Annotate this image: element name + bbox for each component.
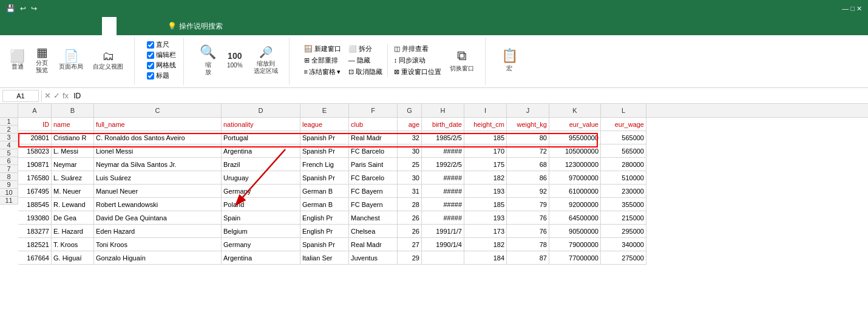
cell-r6-c7[interactable]: 31 (398, 185, 422, 198)
cell-r4-c8[interactable]: 1992/2/5 (422, 158, 464, 171)
redo-icon[interactable]: ↪ (31, 4, 37, 13)
cell-r3-c5[interactable]: Spanish Pr (300, 144, 349, 158)
cell-r8-c7[interactable]: 26 (398, 211, 422, 225)
cell-r1-c11[interactable]: eur_value (549, 118, 601, 131)
checkbox-headings[interactable]: 标题 (147, 71, 176, 80)
cell-r3-c9[interactable]: 170 (464, 144, 507, 158)
cell-r8-c12[interactable]: 215000 (601, 211, 646, 225)
row-num-1[interactable]: 1 (0, 118, 18, 126)
cell-r2-c9[interactable]: 185 (464, 131, 507, 144)
row-num-2[interactable]: 2 (0, 126, 18, 134)
cell-r8-c6[interactable]: Manchest (349, 211, 398, 225)
tab-formula[interactable] (73, 17, 87, 35)
cell-r6-c2[interactable]: M. Neuer (52, 185, 94, 198)
cell-r9-c1[interactable]: 183277 (18, 225, 52, 238)
cell-r2-c7[interactable]: 32 (398, 131, 422, 144)
cell-r8-c4[interactable]: Spain (222, 211, 300, 225)
cancel-icon[interactable]: ✕ (44, 91, 51, 100)
cell-r4-c7[interactable]: 25 (398, 158, 422, 171)
cell-r1-c10[interactable]: weight_kg (507, 118, 549, 131)
cell-r7-c1[interactable]: 188545 (18, 198, 52, 211)
cell-r9-c7[interactable]: 26 (398, 225, 422, 238)
cell-r3-c12[interactable]: 565000 (601, 144, 646, 158)
cell-r3-c1[interactable]: 158023 (18, 144, 52, 158)
cell-r5-c9[interactable]: 182 (464, 171, 507, 185)
cell-r11-c5[interactable]: Italian Ser (300, 251, 349, 265)
cell-r8-c2[interactable]: De Gea (52, 211, 94, 225)
cell-r9-c6[interactable]: Chelsea (349, 225, 398, 238)
undo-icon[interactable]: ↩ (20, 4, 26, 13)
cell-r5-c1[interactable]: 176580 (18, 171, 52, 185)
cell-r5-c3[interactable]: Luis Suárez (94, 171, 222, 185)
cell-r11-c2[interactable]: G. Higuaí (52, 251, 94, 265)
btn-page-layout[interactable]: 📄 页面布局 (55, 49, 87, 72)
tab-file[interactable] (0, 17, 15, 35)
cell-r10-c4[interactable]: Germany (222, 238, 300, 251)
checkbox-gridlines[interactable]: 网格线 (147, 61, 176, 70)
cell-r4-c9[interactable]: 175 (464, 158, 507, 171)
btn-switch-window[interactable]: ⧉ 切换窗口 (446, 42, 478, 78)
btn-freeze-panes[interactable]: ≡ 冻结窗格 ▾ (302, 67, 344, 77)
cell-r11-c8[interactable] (422, 251, 464, 265)
cell-r1-c8[interactable]: birth_date (422, 118, 464, 131)
btn-page-break[interactable]: ▦ 分页预览 (31, 45, 53, 75)
cell-r9-c2[interactable]: E. Hazard (52, 225, 94, 238)
cell-r10-c3[interactable]: Toni Kroos (94, 238, 222, 251)
tab-data[interactable] (15, 17, 29, 35)
tab-insert[interactable] (44, 17, 58, 35)
btn-zoom-100[interactable]: 100 100% (223, 50, 246, 70)
btn-reset-window[interactable]: ⊠ 重设窗口位置 (392, 67, 444, 77)
tab-pagelayout[interactable] (58, 17, 73, 35)
cell-r7-c3[interactable]: Robert Lewandowski (94, 198, 222, 211)
cell-r10-c9[interactable]: 182 (464, 238, 507, 251)
formula-input[interactable] (71, 92, 866, 100)
col-header-g[interactable]: G (398, 104, 422, 117)
col-header-i[interactable]: I (464, 104, 507, 117)
cell-r9-c4[interactable]: Belgium (222, 225, 300, 238)
cell-r1-c1[interactable]: ID (18, 118, 52, 131)
cell-r2-c5[interactable]: Spanish Pr (300, 131, 349, 144)
cell-r8-c8[interactable]: ##### (422, 211, 464, 225)
cell-r11-c11[interactable]: 77000000 (549, 251, 601, 265)
cell-r7-c8[interactable]: ##### (422, 198, 464, 211)
cell-r9-c8[interactable]: 1991/1/7 (422, 225, 464, 238)
col-header-l[interactable]: L (601, 104, 646, 117)
cell-r7-c10[interactable]: 79 (507, 198, 549, 211)
row-num-3[interactable]: 3 (0, 134, 18, 141)
col-header-j[interactable]: J (507, 104, 549, 117)
cell-r10-c6[interactable]: Real Madr (349, 238, 398, 251)
tab-view[interactable] (102, 17, 117, 35)
cell-r4-c5[interactable]: French Lig (300, 158, 349, 171)
cell-r5-c6[interactable]: FC Barcelo (349, 171, 398, 185)
cell-r11-c10[interactable]: 87 (507, 251, 549, 265)
save-icon[interactable]: 💾 (6, 4, 15, 13)
cell-r9-c9[interactable]: 173 (464, 225, 507, 238)
cell-r7-c7[interactable]: 28 (398, 198, 422, 211)
cell-r1-c6[interactable]: club (349, 118, 398, 131)
btn-zoom[interactable]: 🔍 缩放 (196, 43, 220, 77)
cell-r5-c11[interactable]: 97000000 (549, 171, 601, 185)
cell-reference[interactable] (2, 90, 39, 102)
row-num-10[interactable]: 10 (0, 189, 18, 197)
cell-r9-c3[interactable]: Eden Hazard (94, 225, 222, 238)
cell-r3-c8[interactable]: ##### (422, 144, 464, 158)
cell-r7-c2[interactable]: R. Lewand (52, 198, 94, 211)
btn-sync-scroll[interactable]: ↕ 同步滚动 (392, 55, 444, 66)
cell-r9-c11[interactable]: 90500000 (549, 225, 601, 238)
cell-r3-c6[interactable]: FC Barcelo (349, 144, 398, 158)
cell-r10-c10[interactable]: 78 (507, 238, 549, 251)
cell-r6-c5[interactable]: German B (300, 185, 349, 198)
btn-normal[interactable]: ⬜ 普通 (6, 49, 29, 72)
cell-r2-c4[interactable]: Portugal (222, 131, 300, 144)
cell-r6-c9[interactable]: 193 (464, 185, 507, 198)
cell-r2-c3[interactable]: C. Ronaldo dos Santos Aveiro (94, 131, 222, 144)
cell-r4-c10[interactable]: 68 (507, 158, 549, 171)
cell-r11-c1[interactable]: 167664 (18, 251, 52, 265)
row-num-5[interactable]: 5 (0, 149, 18, 157)
btn-arrange-all[interactable]: ⊞ 全部重排 (302, 55, 344, 66)
cell-r1-c2[interactable]: name (52, 118, 94, 131)
col-header-e[interactable]: E (300, 104, 349, 117)
cell-r8-c10[interactable]: 76 (507, 211, 549, 225)
cell-r6-c1[interactable]: 167495 (18, 185, 52, 198)
cell-r7-c4[interactable]: Poland (222, 198, 300, 211)
